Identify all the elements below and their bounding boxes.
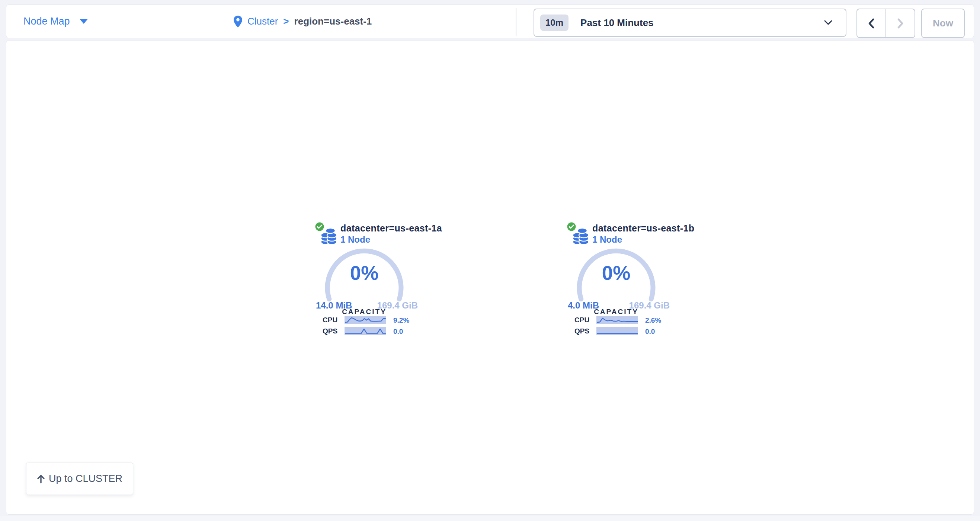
view-selector-label: Node Map (24, 16, 70, 27)
next-time-button[interactable] (886, 9, 915, 37)
qps-row: QPS 0.0 (566, 327, 668, 335)
locality-node-count: 1 Node (592, 234, 694, 245)
up-to-cluster-label: Up to CLUSTER (49, 473, 123, 484)
locality-header: datacenter=us-east-1b 1 Node (592, 223, 694, 245)
qps-row: QPS 0.0 (314, 327, 416, 335)
locality-title: datacenter=us-east-1b (592, 223, 694, 234)
up-to-cluster-button[interactable]: Up to CLUSTER (26, 462, 133, 495)
cpu-row: CPU 2.6% (566, 316, 668, 324)
cpu-label: CPU (574, 316, 589, 324)
capacity-stats: 4.0 MiB 169.4 GiB (568, 300, 670, 311)
locality-card-us-east-1b[interactable]: datacenter=us-east-1b 1 Node 0% CAPACITY… (566, 221, 668, 339)
capacity-total: 169.4 GiB (377, 300, 418, 311)
qps-sparkline (597, 327, 638, 335)
locality-header: datacenter=us-east-1a 1 Node (340, 223, 442, 245)
capacity-total: 169.4 GiB (629, 300, 670, 311)
cpu-sparkline (597, 316, 638, 324)
locality-title: datacenter=us-east-1a (340, 223, 442, 234)
capacity-stats: 14.0 MiB 169.4 GiB (316, 300, 418, 311)
topbar-divider (515, 8, 516, 36)
locality-card-us-east-1a[interactable]: datacenter=us-east-1a 1 Node 0% CAPACITY… (314, 221, 416, 339)
qps-value: 0.0 (393, 328, 403, 336)
qps-label: QPS (323, 327, 337, 335)
cpu-sparkline (345, 316, 386, 324)
chevron-right-icon (897, 18, 904, 29)
qps-sparkline (345, 327, 386, 335)
time-nav-group (856, 8, 915, 38)
now-button[interactable]: Now (921, 8, 965, 38)
chevron-down-icon (824, 20, 832, 25)
cpu-label: CPU (323, 316, 337, 324)
breadcrumb: Cluster > region=us-east-1 (234, 5, 372, 38)
cpu-value: 9.2% (393, 316, 409, 325)
chevron-left-icon (868, 18, 875, 29)
breadcrumb-cluster-link[interactable]: Cluster (247, 16, 278, 27)
time-window-dropdown[interactable]: 10m Past 10 Minutes (533, 8, 846, 37)
capacity-used: 14.0 MiB (316, 300, 352, 311)
location-pin-icon (234, 16, 242, 27)
breadcrumb-current: region=us-east-1 (294, 16, 372, 27)
healthy-check-icon (566, 221, 577, 232)
up-arrow-icon (37, 475, 45, 483)
time-window-badge: 10m (540, 14, 568, 31)
locality-node-count: 1 Node (340, 234, 442, 245)
capacity-percent: 0% (323, 261, 405, 284)
cpu-value: 2.6% (645, 316, 661, 325)
cpu-row: CPU 9.2% (314, 316, 416, 324)
footer-strip (0, 515, 980, 521)
node-map-canvas: datacenter=us-east-1a 1 Node 0% CAPACITY… (6, 40, 974, 515)
top-bar: Node Map Cluster > region=us-east-1 10m … (6, 5, 974, 38)
capacity-percent: 0% (575, 261, 657, 284)
view-selector-dropdown[interactable]: Node Map (24, 5, 88, 38)
qps-value: 0.0 (645, 328, 655, 336)
caret-down-icon (80, 19, 88, 24)
qps-label: QPS (574, 327, 589, 335)
capacity-used: 4.0 MiB (568, 300, 599, 311)
time-window-label: Past 10 Minutes (581, 17, 824, 29)
healthy-check-icon (314, 221, 325, 232)
breadcrumb-separator: > (283, 16, 289, 27)
prev-time-button[interactable] (857, 9, 886, 37)
